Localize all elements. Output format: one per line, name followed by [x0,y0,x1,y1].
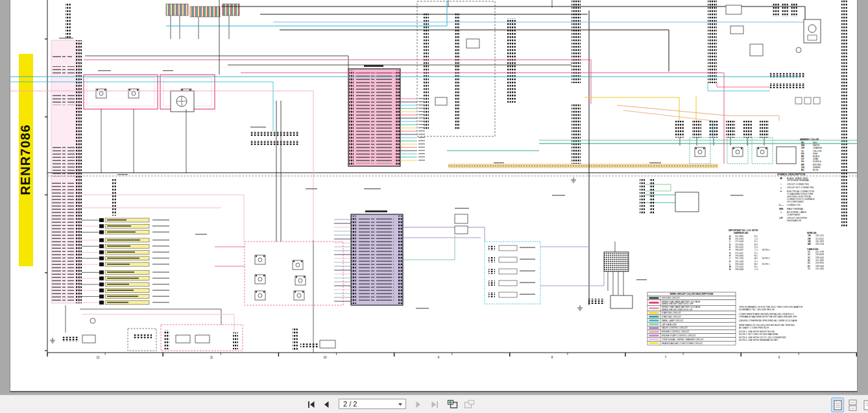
svg-text:OR SCREW TERMINAL: OR SCREW TERMINAL [787,179,810,182]
svg-text:10: 10 [323,356,327,359]
svg-text:⏚: ⏚ [780,190,782,193]
previous-view-icon [447,399,459,409]
main-buses [47,140,857,176]
continuous-view-button[interactable] [846,397,859,412]
svg-text:ENGINE PUMP CONTROL CIRCUIT.: ENGINE PUMP CONTROL CIRCUIT. [662,334,696,337]
svg-text:NOTE 1: NOTE 1 [762,263,769,266]
connector-combs [250,0,847,227]
svg-text:CIRCUIT CONNECTED: CIRCUIT CONNECTED [787,183,810,186]
binder-label: RENR7086 [18,124,32,195]
junction-block [588,242,633,308]
svg-text:OPERABLE MACHINE WITH THE KEY: OPERABLE MACHINE WITH THE KEY AND ENGINE… [739,316,797,318]
svg-text:PANEL LAMP CIRCUIT.: PANEL LAMP CIRCUIT. [662,319,684,322]
svg-text:UNLESS OTHERWISE SPECIFIED ALL: UNLESS OTHERWISE SPECIFIED ALL WIRE IS 1… [739,319,798,322]
svg-text:WHEN THE KEY SWITCH IS OFF.: WHEN THE KEY SWITCH IS OFF. [662,303,693,305]
svg-text:7C: 7C [808,268,811,270]
svg-text:OF COMPONENT: OF COMPONENT [787,201,804,203]
svg-text:DESIGNATION: DESIGNATION [787,219,801,222]
svg-text:BU: BU [801,169,804,171]
svg-text:GROUND CIRCUIT.: GROUND CIRCUIT. [662,297,681,299]
svg-text:WIRE GROUP COLOR DESCRIPTIONS: WIRE GROUP COLOR DESCRIPTIONS [669,293,714,295]
svg-text:N: N [729,268,731,271]
svg-text:HARNESS AS.: HARNESS AS. [734,232,749,234]
svg-text:✠: ✠ [780,177,782,180]
svg-text:CABLE AS.: CABLE AS. [807,248,819,251]
component-dashed-box [417,1,495,136]
solenoid-cluster [245,242,343,305]
svg-text:4W: 4W [808,243,811,245]
pdf-viewer-window: RENR7086 [0,0,868,413]
svg-text:8: 8 [551,356,553,359]
svg-text:ABBREV COLOR: ABBREV COLOR [800,138,819,141]
gauge-symbol [171,91,194,112]
svg-text:NOTE 3: NOTE 3 [762,257,769,260]
svg-text:201-1805: 201-1805 [815,268,824,270]
page-indicator: 2 / 2 [343,400,357,408]
svg-text:STARTING CIRCUIT.: STARTING CIRCUIT. [662,312,681,314]
svg-text:7: 7 [665,356,667,359]
svg-text:12: 12 [96,356,100,359]
last-page-icon [430,401,439,408]
svg-text:999: 999 [779,207,784,210]
svg-text:⊃—: ⊃— [778,203,783,206]
next-view-icon [463,399,475,409]
svg-text:MALE TERMINAL: MALE TERMINAL [787,208,804,210]
svg-text:WHEN THE KEY SWITCH IS ON.: WHEN THE KEY SWITCH IS ON. [662,308,693,311]
svg-text:START AID CIRCUIT.: START AID CIRCUIT. [662,316,682,318]
highlighted-bus [448,164,718,168]
svg-text:+: + [780,186,782,189]
pump-controller-block [351,210,403,305]
single-page-view-button[interactable] [831,397,844,412]
svg-text:•: • [780,182,782,186]
next-page-button[interactable] [412,398,425,410]
svg-text:CIRCUIT NOT CONNECTED: CIRCUIT NOT CONNECTED [787,186,814,189]
connector-comb [112,179,117,216]
chevron-down-icon [398,403,402,406]
first-page-button[interactable] [305,398,318,410]
facing-view-icon [863,400,868,410]
relay-box-group [84,75,215,109]
facing-view-button[interactable] [861,397,868,412]
svg-text:TURN SIGNAL / WIPER / WASHER C: TURN SIGNAL / WIPER / WASHER CIRCUIT. [662,338,704,341]
svg-text:LP: LP [779,216,782,219]
viewer-toolbar: 2 / 2 [0,395,868,413]
first-page-icon [307,401,316,408]
svg-text:ENGINE CONTROL CIRCUIT.: ENGINE CONTROL CIRCUIT. [662,331,690,333]
svg-text:VALVE CONTROL CIRCUIT.: VALVE CONTROL CIRCUIT. [662,327,688,329]
next-view-button[interactable] [463,398,476,410]
continuous-view-icon [849,399,857,411]
left-connector-column [51,3,82,303]
single-page-icon [834,400,842,410]
svg-text:195-2746: 195-2746 [815,243,824,245]
svg-text:C-3: C-3 [754,268,758,271]
svg-text:11: 11 [210,356,213,359]
machine-ecm-block [348,65,400,166]
svg-text:BLUE: BLUE [813,169,818,171]
pdf-page: RENR7086 [10,0,858,392]
svg-text:SYMBOL DESCRIPTION: SYMBOL DESCRIPTION [777,173,805,176]
svg-text:COMPONENT: COMPONENT [787,214,801,216]
schematic-drawing: RENR7086 [10,0,857,391]
svg-text:NOTE 4: NOTE 4 [762,249,769,251]
previous-view-button[interactable] [446,398,459,410]
lamp-dashed-boxes [690,138,796,164]
svg-text:SCHEMATIC NO. 183-1089 REV 08: SCHEMATIC NO. 183-1089 REV 08 [739,308,775,311]
next-page-icon [415,401,422,408]
svg-text:⌁: ⌁ [780,210,782,214]
sensor-cluster [485,242,540,304]
svg-text:WIRE AS.: WIRE AS. [807,232,817,234]
svg-text:NOTE 4: USE WITH GENERATOR SET: NOTE 4: USE WITH GENERATOR SET. [739,339,778,342]
svg-text:CONNECTOR: CONNECTOR [787,204,801,206]
binder-strip: RENR7086 [18,54,33,266]
harness-combs-top [166,4,239,39]
svg-text:6: 6 [778,356,780,359]
svg-text:198-4068: 198-4068 [735,268,743,271]
svg-text:HEATER AND AIR CONDITIONER CIR: HEATER AND AIR CONDITIONER CIRCUIT. [662,342,703,345]
svg-text:CAT DATA LINK.: CAT DATA LINK. [662,323,677,326]
previous-page-icon [322,401,330,408]
last-page-button[interactable] [428,398,441,410]
svg-text:9: 9 [438,356,440,359]
page-number-combobox[interactable]: 2 / 2 [339,399,406,409]
svg-text:AT LEAST 1 TURN PER INCH.: AT LEAST 1 TURN PER INCH. [739,327,769,329]
previous-page-button[interactable] [320,398,333,410]
